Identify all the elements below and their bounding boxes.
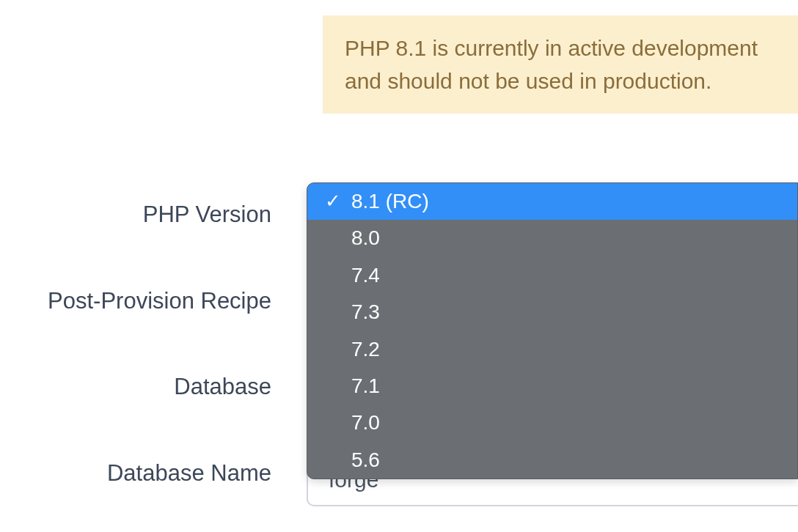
dropdown-option[interactable]: 8.1 (RC) [307, 183, 797, 220]
database-label: Database [0, 374, 297, 400]
dropdown-option[interactable]: 7.4 [307, 257, 797, 294]
php-version-dropdown[interactable]: 8.1 (RC) 8.0 7.4 7.3 7.2 7.1 7.0 5.6 [307, 182, 798, 479]
dropdown-option[interactable]: 7.0 [307, 404, 797, 441]
dropdown-option[interactable]: 7.1 [307, 368, 797, 404]
warning-text: PHP 8.1 is currently in active developme… [345, 36, 758, 93]
dropdown-option[interactable]: 8.0 [307, 220, 797, 256]
dropdown-option[interactable]: 5.6 [307, 442, 797, 479]
php-version-label: PHP Version [0, 202, 297, 228]
post-provision-label: Post-Provision Recipe [0, 288, 297, 314]
dropdown-option[interactable]: 7.2 [307, 331, 797, 368]
php-warning-banner: PHP 8.1 is currently in active developme… [323, 15, 798, 114]
database-name-label: Database Name [0, 460, 297, 487]
dropdown-option[interactable]: 7.3 [307, 294, 797, 330]
